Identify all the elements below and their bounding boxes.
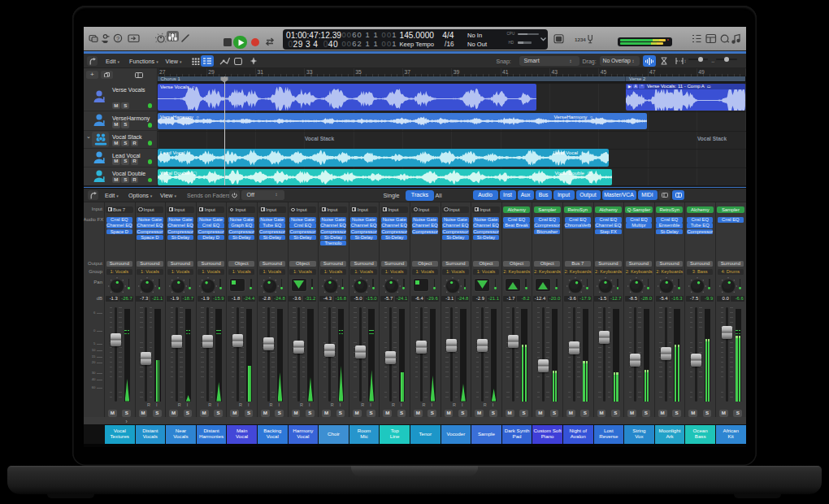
svg-text:?: ?: [115, 35, 119, 42]
svg-text:1234: 1234: [575, 36, 586, 41]
